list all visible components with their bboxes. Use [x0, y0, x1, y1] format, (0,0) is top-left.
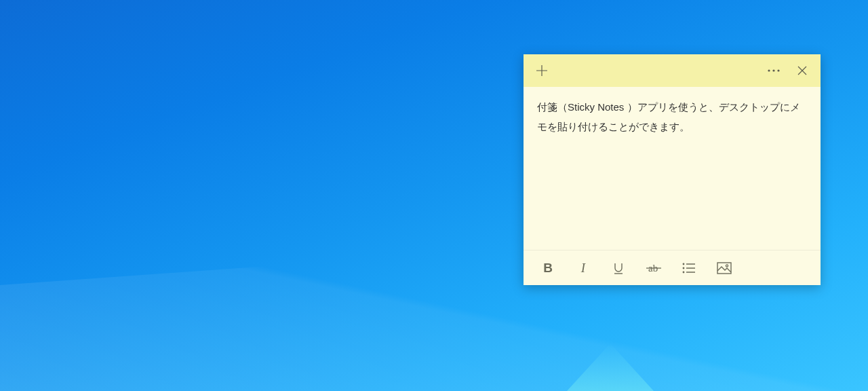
note-format-toolbar: B I ab — [524, 250, 821, 285]
svg-point-8 — [726, 264, 728, 266]
bullet-list-button[interactable] — [673, 255, 705, 282]
close-icon — [797, 66, 807, 75]
sticky-note-window[interactable]: 付箋（Sticky Notes ）アプリを使うと、デスクトップにメモを貼り付ける… — [524, 54, 821, 285]
svg-point-6 — [683, 271, 685, 273]
add-image-button[interactable] — [708, 255, 741, 282]
plus-icon — [536, 64, 548, 77]
svg-rect-7 — [717, 263, 731, 274]
image-icon — [717, 262, 732, 274]
ellipsis-icon — [768, 69, 780, 72]
note-content: 付箋（Sticky Notes ）アプリを使うと、デスクトップにメモを貼り付ける… — [537, 101, 800, 132]
svg-point-0 — [768, 69, 770, 71]
italic-icon: I — [581, 261, 585, 276]
menu-button[interactable] — [760, 56, 788, 85]
bold-button[interactable]: B — [532, 255, 564, 282]
svg-point-5 — [683, 267, 685, 269]
svg-point-2 — [777, 69, 779, 71]
svg-point-1 — [772, 69, 774, 71]
strikethrough-icon: ab — [646, 261, 662, 275]
close-button[interactable] — [788, 56, 816, 85]
svg-point-4 — [683, 263, 685, 265]
note-text-area[interactable]: 付箋（Sticky Notes ）アプリを使うと、デスクトップにメモを貼り付ける… — [524, 87, 821, 250]
underline-button[interactable] — [602, 255, 635, 282]
italic-button[interactable]: I — [567, 255, 599, 282]
desktop-background[interactable]: 付箋（Sticky Notes ）アプリを使うと、デスクトップにメモを貼り付ける… — [0, 0, 868, 391]
strikethrough-button[interactable]: ab — [637, 255, 670, 282]
underline-icon — [612, 261, 625, 275]
add-note-button[interactable] — [528, 56, 556, 85]
bold-icon: B — [543, 261, 553, 276]
note-header[interactable] — [524, 54, 821, 87]
list-icon — [682, 262, 696, 274]
